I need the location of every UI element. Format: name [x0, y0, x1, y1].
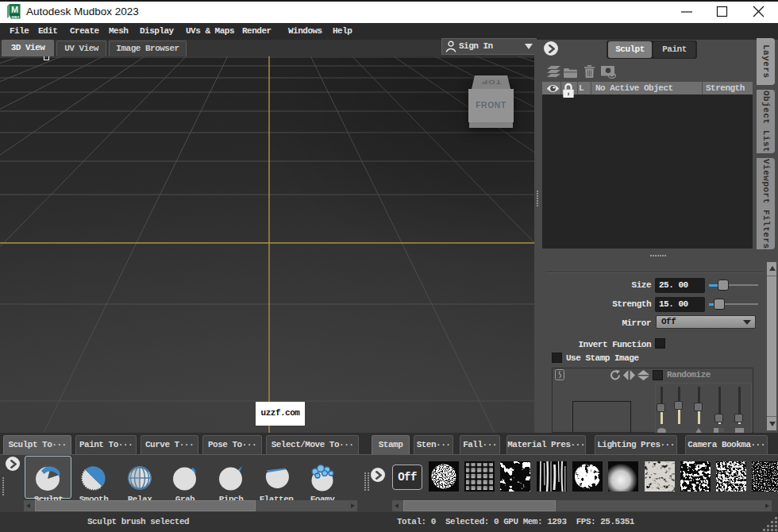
svg-text:MBX: MBX: [12, 15, 20, 19]
svg-text:M: M: [11, 5, 18, 14]
